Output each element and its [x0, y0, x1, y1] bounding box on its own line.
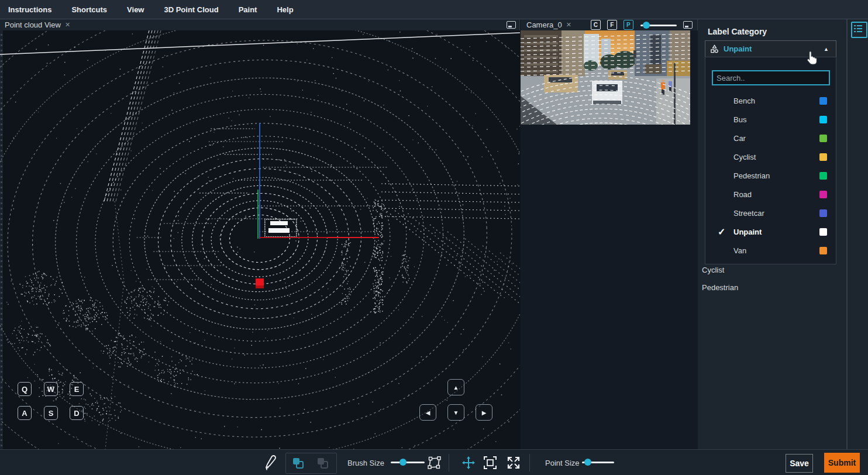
category-color-swatch [819, 228, 827, 236]
nav-arrow-down[interactable]: ▼ [447, 404, 464, 421]
category-name: Car [733, 134, 746, 143]
chevron-up-icon[interactable]: ▲ [824, 46, 829, 52]
camera-pane-titlebar: Camera_0 ✕ CFP [521, 19, 698, 30]
dropdown-selected-label: Unpaint [724, 44, 752, 53]
camera-toggle-f[interactable]: F [607, 20, 617, 30]
app-window: InstructionsShortcutsView3D Point CloudP… [0, 0, 868, 475]
category-option-car[interactable]: Car [705, 129, 836, 147]
category-option-road[interactable]: Road [705, 185, 836, 204]
category-color-swatch [819, 209, 827, 217]
brush-icon[interactable] [264, 455, 277, 470]
point-size-label: Point Size [545, 459, 580, 467]
brush-size-label: Brush Size [347, 459, 384, 467]
category-option-bench[interactable]: Bench [705, 91, 836, 110]
category-name: Van [733, 246, 746, 255]
paint-copy-disabled-icon[interactable] [316, 456, 330, 470]
camera-tab-label[interactable]: Camera_0 [526, 20, 562, 29]
camera-toggle-c[interactable]: C [591, 20, 601, 30]
right-tool-strip [847, 19, 868, 449]
category-option-unpaint[interactable]: ✓Unpaint [705, 222, 836, 241]
menu-item-instructions[interactable]: Instructions [8, 5, 51, 14]
nav-arrow-up[interactable]: ▲ [447, 379, 464, 395]
menu-item-3d-point-cloud[interactable]: 3D Point Cloud [164, 5, 218, 14]
category-name: Bus [733, 115, 746, 124]
paint-copy-icon[interactable] [291, 456, 305, 470]
camera-tab-close-icon[interactable]: ✕ [566, 21, 571, 29]
annotation-item-pedestrian[interactable]: Pedestrian [702, 283, 738, 292]
nav-arrow-left[interactable]: ◀ [419, 404, 436, 421]
submit-button[interactable]: Submit [824, 453, 860, 473]
category-name: Unpaint [733, 228, 762, 236]
category-color-swatch [819, 97, 827, 105]
category-name: Bench [733, 97, 755, 105]
pointcloud-maximize-icon[interactable] [507, 21, 516, 29]
category-color-swatch [819, 153, 827, 161]
brush-size-track [391, 462, 425, 463]
menu-item-shortcuts[interactable]: Shortcuts [71, 5, 107, 14]
camera-image[interactable] [521, 30, 690, 125]
category-option-streetcar[interactable]: Streetcar [705, 204, 836, 222]
key-hint-d[interactable]: D [70, 406, 84, 420]
category-name: Cyclist [733, 153, 756, 161]
category-name: Pedestrian [733, 171, 770, 180]
menu-item-view[interactable]: View [127, 5, 144, 14]
category-option-van[interactable]: Van [705, 241, 836, 260]
key-hint-q[interactable]: Q [18, 382, 32, 396]
camera-zoom-slider[interactable] [640, 22, 677, 29]
category-name: Road [733, 190, 752, 199]
category-option-cyclist[interactable]: Cyclist [705, 147, 836, 166]
menu-item-paint[interactable]: Paint [239, 5, 257, 14]
category-list: BenchBusCarCyclistPedestrianRoadStreetca… [705, 91, 836, 260]
label-shapes-icon [710, 44, 719, 53]
category-color-swatch [819, 116, 827, 123]
pointcloud-pane-titlebar: Point cloud View ✕ [0, 19, 520, 30]
category-color-swatch [819, 247, 827, 254]
menubar: InstructionsShortcutsView3D Point CloudP… [0, 0, 868, 19]
category-color-swatch [819, 172, 827, 180]
sidebar-title: Label Category [708, 27, 767, 36]
category-option-pedestrian[interactable]: Pedestrian [705, 166, 836, 185]
camera-maximize-icon[interactable] [683, 21, 693, 29]
category-search-input[interactable] [712, 70, 830, 85]
pointcloud-tab-close-icon[interactable]: ✕ [65, 21, 70, 29]
category-name: Streetcar [733, 209, 764, 218]
label-category-sidebar: Label Category Unpaint ▲ Cyclist Pedestr… [698, 19, 847, 449]
camera-toggle-buttons: CFP [584, 20, 633, 30]
pointcloud-tab-label[interactable]: Point cloud View [5, 20, 61, 29]
check-icon: ✓ [718, 226, 729, 238]
nav-arrow-right[interactable]: ▶ [476, 404, 492, 421]
menu-item-help[interactable]: Help [277, 5, 293, 14]
point-size-slider[interactable] [582, 459, 614, 466]
save-button[interactable]: Save [786, 454, 813, 473]
key-hint-s[interactable]: S [44, 406, 58, 420]
fit-screen-icon[interactable] [483, 456, 497, 470]
key-hint-a[interactable]: A [18, 406, 32, 420]
polygon-icon[interactable] [428, 456, 442, 470]
camera-image-gutter [690, 30, 698, 125]
key-hint-w[interactable]: W [44, 382, 58, 396]
bottom-toolbar: Brush Size Point Size Sa [0, 449, 868, 475]
brush-size-knob[interactable] [399, 459, 407, 466]
category-color-swatch [819, 191, 827, 198]
move-icon[interactable] [461, 456, 476, 470]
label-category-dropdown-panel: BenchBusCarCyclistPedestrianRoadStreetca… [705, 57, 836, 264]
key-hint-e[interactable]: E [70, 382, 84, 396]
label-category-dropdown[interactable]: Unpaint ▲ [705, 40, 836, 57]
label-list-panel-icon[interactable] [851, 22, 867, 38]
camera-zoom-knob[interactable] [643, 22, 650, 29]
camera-toggle-p[interactable]: P [624, 20, 633, 30]
category-option-bus[interactable]: Bus [705, 110, 836, 129]
fullscreen-icon[interactable] [507, 456, 521, 470]
category-color-swatch [819, 135, 827, 142]
camera-pane-empty-area [521, 125, 698, 449]
point-size-knob[interactable] [584, 459, 591, 466]
brush-size-slider[interactable] [391, 459, 425, 466]
annotation-item-cyclist[interactable]: Cyclist [702, 266, 724, 274]
